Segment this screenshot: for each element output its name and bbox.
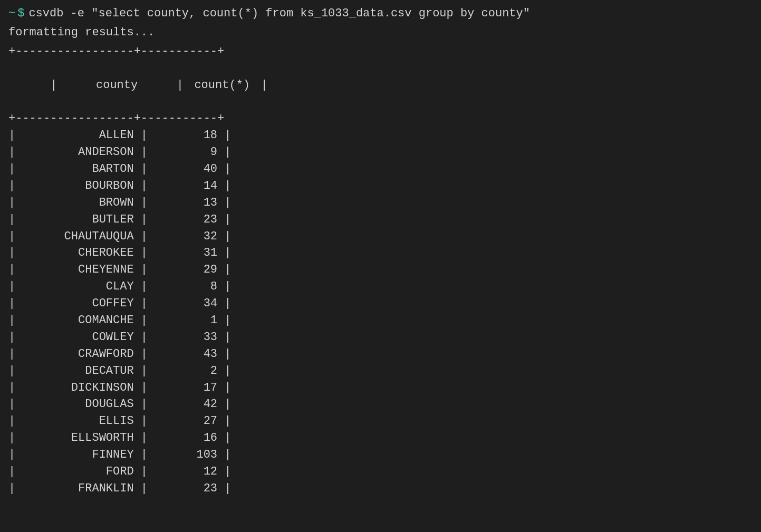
table-row: | FRANKLIN | 23 |: [8, 480, 753, 497]
table-header-row: | county | count(*) |: [8, 60, 753, 111]
table-row: | CRAWFORD | 43 |: [8, 346, 753, 363]
table-row: | FINNEY | 103 |: [8, 447, 753, 463]
table-row: | BOURBON | 14 |: [8, 178, 753, 195]
dollar-symbol: $: [17, 5, 24, 22]
table-border-top: +-----------------+-----------+: [8, 43, 753, 60]
table-row: | BARTON | 40 |: [8, 161, 753, 178]
header-count: count(*): [190, 77, 254, 94]
table-row: | ALLEN | 18 |: [8, 127, 753, 144]
table-row: | BROWN | 13 |: [8, 195, 753, 211]
table-row: | CHEYENNE | 29 |: [8, 262, 753, 278]
table-row: | CHEROKEE | 31 |: [8, 245, 753, 262]
pipe-left: |: [50, 79, 64, 92]
table-row: | BUTLER | 23 |: [8, 211, 753, 228]
table-row: | ANDERSON | 9 |: [8, 144, 753, 161]
table-row: | ELLIS | 27 |: [8, 413, 753, 430]
table-row: | DICKINSON | 17 |: [8, 380, 753, 396]
table-row: | CHAUTAUQUA | 32 |: [8, 228, 753, 245]
table-row: | COMANCHE | 1 |: [8, 312, 753, 329]
command-text: csvdb -e "select county, count(*) from k…: [28, 5, 530, 22]
command-line: ~ $ csvdb -e "select county, count(*) fr…: [8, 5, 753, 22]
terminal-window: ~ $ csvdb -e "select county, count(*) fr…: [8, 5, 753, 497]
table-row: | DOUGLAS | 42 |: [8, 396, 753, 413]
tilde-symbol: ~: [8, 5, 15, 22]
formatting-status: formatting results...: [8, 24, 753, 41]
table-body: | ALLEN | 18 || ANDERSON | 9 || BARTON |…: [8, 127, 753, 497]
table-row: | DECATUR | 2 |: [8, 363, 753, 380]
table-row: | ELLSWORTH | 16 |: [8, 430, 753, 447]
table-border-sep: +-----------------+-----------+: [8, 110, 753, 127]
table-row: | COFFEY | 34 |: [8, 295, 753, 312]
table-row: | COWLEY | 33 |: [8, 329, 753, 346]
pipe-right: |: [254, 79, 267, 92]
pipe-mid: |: [170, 79, 191, 92]
table-row: | CLAY | 8 |: [8, 278, 753, 295]
header-county: county: [64, 77, 170, 94]
table-row: | FORD | 12 |: [8, 463, 753, 480]
results-table: +-----------------+-----------+ | county…: [8, 43, 753, 497]
